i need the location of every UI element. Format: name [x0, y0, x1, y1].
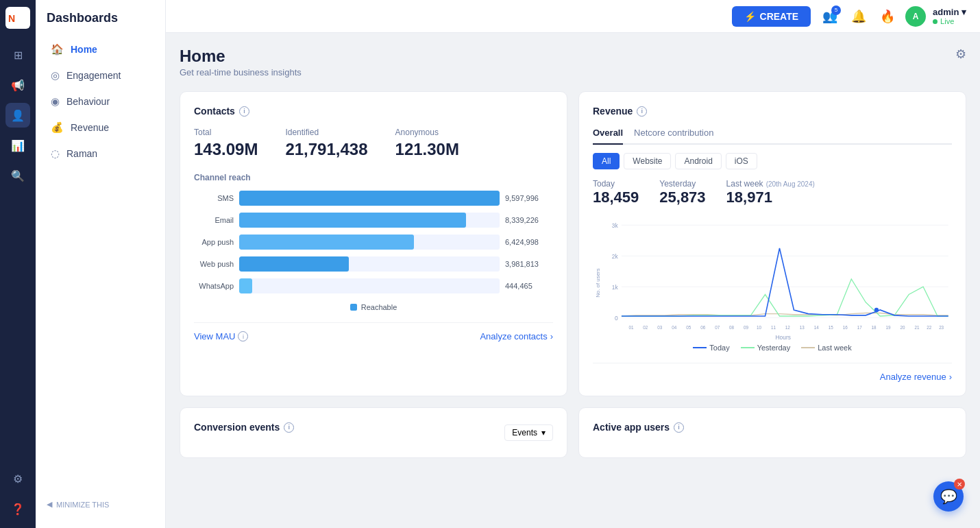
active-app-info-icon[interactable]: i	[674, 422, 684, 433]
active-app-users-card: Active app users i	[578, 407, 966, 458]
revenue-tabs: Overall Netcore contribution	[593, 128, 952, 145]
sidebar-item-behaviour-label: Behaviour	[66, 96, 110, 107]
users-badge: 5	[831, 5, 841, 15]
sidebar-item-revenue[interactable]: 💰 Revenue	[40, 115, 161, 141]
stat-total-value: 143.09M	[194, 140, 258, 159]
icon-rail: N ⊞ 📢 👤 📊 🔍 ⚙ ❓	[0, 0, 36, 528]
sidebar: Dashboards 🏠 Home ◎ Engagement ◉ Behavio…	[36, 0, 166, 528]
engagement-icon: ◎	[51, 69, 60, 82]
contacts-stats: Total 143.09M Identified 21,791,438 Anon…	[194, 128, 553, 159]
analyze-revenue-link[interactable]: Analyze revenue ›	[880, 372, 952, 382]
bar-value: 3,981,813	[505, 260, 553, 268]
admin-label[interactable]: admin ▾	[933, 7, 966, 17]
svg-text:12: 12	[785, 325, 790, 330]
rev-stat-yesterday: Yesterday 25,873	[659, 179, 705, 206]
legend-lastweek-line	[801, 347, 815, 348]
tab-overall[interactable]: Overall	[593, 128, 623, 145]
chart-legend: Reachable	[194, 303, 553, 311]
stat-identified: Identified 21,791,438	[285, 128, 367, 159]
contacts-card-footer: View MAU i Analyze contacts ›	[194, 322, 553, 341]
svg-text:20: 20	[901, 325, 905, 330]
sidebar-item-raman-label: Raman	[66, 148, 97, 159]
sidebar-item-home[interactable]: 🏠 Home	[40, 36, 161, 62]
svg-text:15: 15	[829, 325, 833, 330]
view-mau-info-icon[interactable]: i	[238, 331, 248, 341]
users-icon-btn[interactable]: 👥 5	[819, 5, 841, 27]
revenue-icon: 💰	[51, 121, 64, 134]
create-button[interactable]: ⚡ CREATE	[732, 6, 811, 27]
revenue-chart-legend: Today Yesterday Last week	[593, 344, 952, 352]
sidebar-item-raman[interactable]: ◌ Raman	[40, 141, 161, 167]
svg-text:03: 03	[657, 325, 662, 330]
fire-icon-btn[interactable]: 🔥	[877, 5, 898, 27]
svg-text:19: 19	[886, 325, 891, 330]
rev-yesterday-label: Yesterday	[659, 179, 705, 189]
rail-icon-chart[interactable]: 📊	[5, 133, 30, 158]
svg-text:01: 01	[628, 325, 633, 330]
revenue-card-title: Revenue i	[593, 106, 952, 117]
channel-label: Email	[194, 216, 234, 224]
events-dropdown[interactable]: Events ▾	[504, 424, 553, 441]
contacts-info-icon[interactable]: i	[239, 106, 249, 117]
bar-value: 8,339,226	[505, 216, 553, 224]
svg-text:1k: 1k	[612, 283, 618, 290]
svg-text:06: 06	[700, 325, 705, 330]
svg-text:0: 0	[615, 314, 618, 321]
contacts-title-text: Contacts	[194, 106, 235, 117]
bar-wrap	[239, 278, 500, 293]
rail-icon-settings[interactable]: ⚙	[5, 466, 30, 491]
active-app-title: Active app users i	[593, 422, 952, 433]
stat-anonymous: Anonymous 121.30M	[395, 128, 459, 159]
minimize-label: MINIMIZE THIS	[56, 501, 109, 509]
tab-netcore[interactable]: Netcore contribution	[634, 128, 713, 143]
sidebar-item-behaviour[interactable]: ◉ Behaviour	[40, 88, 161, 115]
sidebar-minimize[interactable]: ◀ MINIMIZE THIS	[36, 492, 165, 517]
legend-lastweek-label: Last week	[818, 344, 852, 352]
revenue-filter-buttons: All Website Android iOS	[593, 153, 952, 169]
rail-icon-grid[interactable]: ⊞	[5, 43, 30, 67]
rev-stat-lastweek: Last week (20th Aug 2024) 18,971	[726, 179, 815, 206]
stat-anonymous-value: 121.30M	[395, 140, 459, 159]
sidebar-item-engagement[interactable]: ◎ Engagement	[40, 62, 161, 88]
view-mau-link[interactable]: View MAU i	[194, 331, 248, 341]
logo[interactable]: N	[5, 7, 30, 32]
svg-text:3k: 3k	[612, 221, 618, 228]
rev-today-label: Today	[593, 179, 639, 189]
svg-text:11: 11	[771, 325, 776, 330]
filter-ios[interactable]: iOS	[726, 153, 757, 169]
topbar: ⚡ CREATE 👥 5 🔔 🔥 A admin ▾ Live	[166, 0, 980, 33]
svg-text:23: 23	[939, 325, 944, 330]
create-label: CREATE	[760, 11, 799, 22]
channel-bars: SMS 9,597,996 Email 8,339,226 App push 6…	[194, 191, 553, 293]
channel-label: WhatsApp	[194, 282, 234, 290]
filter-all[interactable]: All	[593, 153, 620, 169]
rail-icon-search[interactable]: 🔍	[5, 163, 30, 188]
chevron-left-icon: ◀	[47, 500, 52, 509]
bar-wrap	[239, 213, 500, 228]
rail-icon-megaphone[interactable]: 📢	[5, 73, 30, 97]
rail-icon-people[interactable]: 👤	[5, 103, 30, 128]
analyze-contacts-link[interactable]: Analyze contacts ›	[480, 331, 553, 341]
legend-yesterday-label: Yesterday	[757, 344, 791, 352]
bottom-cards-row: Conversion events i Events ▾ Active app …	[180, 407, 966, 458]
chat-close-button[interactable]: ✕	[954, 479, 965, 490]
rail-icon-help[interactable]: ❓	[5, 496, 30, 521]
analyze-revenue-chevron: ›	[949, 372, 952, 382]
live-indicator: Live	[933, 17, 966, 25]
bar-fill	[239, 278, 252, 293]
conversion-info-icon[interactable]: i	[284, 422, 294, 433]
filter-website[interactable]: Website	[624, 153, 671, 169]
filter-android[interactable]: Android	[675, 153, 721, 169]
bar-wrap	[239, 256, 500, 272]
bell-icon-btn[interactable]: 🔔	[848, 5, 870, 27]
svg-text:04: 04	[672, 325, 676, 330]
settings-button[interactable]: ⚙	[955, 47, 966, 62]
page-subtitle: Get real-time business insights	[180, 67, 302, 77]
avatar[interactable]: A	[905, 6, 926, 27]
channel-label: Web push	[194, 260, 234, 268]
revenue-info-icon[interactable]: i	[637, 106, 647, 117]
rev-today-value: 18,459	[593, 189, 639, 206]
svg-text:22: 22	[927, 325, 931, 330]
sidebar-item-engagement-label: Engagement	[66, 70, 121, 81]
svg-text:13: 13	[800, 325, 805, 330]
